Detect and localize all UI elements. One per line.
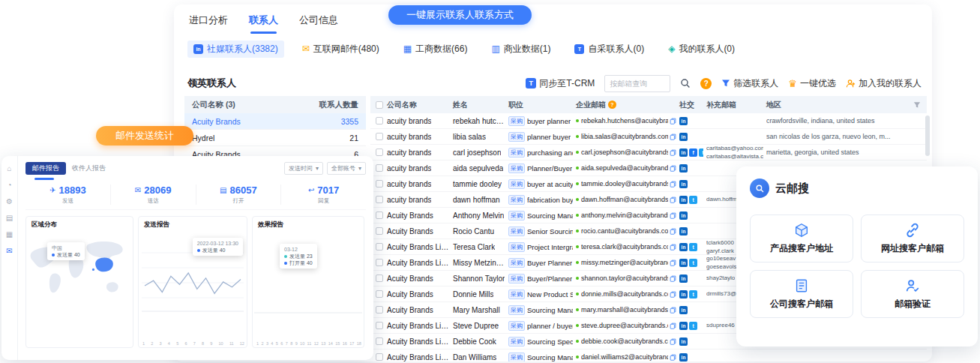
copy-icon[interactable] xyxy=(670,275,676,282)
row-checkbox[interactable] xyxy=(376,133,383,140)
row-checkbox[interactable] xyxy=(376,196,383,203)
contact-row[interactable]: Acuity Brands Lighting Dan Williams 采购So… xyxy=(370,350,927,362)
one-click-optimize-button[interactable]: ♛ 一键优选 xyxy=(788,77,836,90)
copy-icon[interactable] xyxy=(670,196,676,203)
filter-chip-self[interactable]: T自采联系人(0) xyxy=(568,40,650,58)
twitter-icon[interactable]: t xyxy=(689,322,697,330)
linkedin-icon[interactable]: in xyxy=(679,353,688,362)
linkedin-icon[interactable]: in xyxy=(679,243,688,251)
row-checkbox[interactable] xyxy=(376,322,383,329)
copy-icon[interactable] xyxy=(670,260,676,266)
cloud-search-url-button[interactable]: 网址搜客户邮箱 xyxy=(861,214,964,262)
cloud-search-product-button[interactable]: 产品搜客户地址 xyxy=(750,214,853,262)
send-time-select[interactable]: 发送时间▾ xyxy=(284,162,323,175)
filter-chip-industry[interactable]: ▦工商数据(66) xyxy=(397,40,474,58)
row-checkbox[interactable] xyxy=(376,338,383,345)
gear-icon[interactable]: ⚙ xyxy=(6,198,13,206)
copy-icon[interactable] xyxy=(670,307,676,314)
stat-value: 7017 xyxy=(317,184,339,196)
row-checkbox[interactable] xyxy=(376,306,383,314)
facebook-icon[interactable]: f xyxy=(689,148,697,157)
help-icon[interactable]: ? xyxy=(700,78,712,89)
company-row[interactable]: Hydrel 21 xyxy=(184,130,366,146)
contact-social: inft xyxy=(676,145,703,160)
linkedin-icon[interactable]: in xyxy=(679,212,688,220)
copy-icon[interactable] xyxy=(670,322,676,329)
copy-icon[interactable] xyxy=(670,181,676,188)
row-checkbox[interactable] xyxy=(376,148,383,156)
select-all-checkbox[interactable] xyxy=(376,101,383,109)
copy-icon[interactable] xyxy=(670,212,676,219)
mail-icon[interactable]: ✉ xyxy=(6,248,12,255)
search-input[interactable] xyxy=(604,75,670,92)
row-checkbox[interactable] xyxy=(376,164,383,172)
filter-chip-mine[interactable]: ◈我的联系人(0) xyxy=(662,40,741,58)
home-icon[interactable]: ⌂ xyxy=(7,165,11,172)
contact-row[interactable]: acuity brands rebekah hutchens 采购buyer p… xyxy=(370,113,927,129)
linkedin-icon[interactable]: in xyxy=(679,338,688,346)
filter-chip-mail[interactable]: ✉互联网邮件(480) xyxy=(296,40,385,58)
purchase-tag: 采购 xyxy=(508,305,525,315)
contact-row[interactable]: acuity brands carl josephson 采购purchasin… xyxy=(370,145,927,160)
linkedin-icon[interactable]: in xyxy=(679,290,688,298)
linkedin-icon[interactable]: in xyxy=(679,164,688,172)
copy-icon[interactable] xyxy=(670,354,676,361)
linkedin-icon[interactable]: in xyxy=(679,133,688,141)
sync-tcrm-button[interactable]: T 同步至T-CRM xyxy=(526,77,595,90)
cloud-search-company-button[interactable]: 公司搜客户邮箱 xyxy=(750,270,853,318)
recipient-report-tab[interactable]: 收件人报告 xyxy=(72,164,106,173)
twitter-icon[interactable]: t xyxy=(689,259,697,267)
row-checkbox[interactable] xyxy=(376,227,383,235)
twitter-icon[interactable]: t xyxy=(689,243,697,251)
grid-icon[interactable]: ▦ xyxy=(6,231,13,238)
linkedin-icon[interactable]: in xyxy=(679,180,688,188)
row-checkbox[interactable] xyxy=(376,353,383,361)
linkedin-icon[interactable]: in xyxy=(679,259,688,267)
copy-icon[interactable] xyxy=(670,149,676,156)
purchase-tag: 采购 xyxy=(508,164,525,173)
linkedin-icon[interactable]: in xyxy=(679,148,688,157)
search-icon[interactable] xyxy=(680,78,691,88)
copy-icon[interactable] xyxy=(670,291,676,298)
clock-icon[interactable]: ◔ xyxy=(7,182,11,189)
row-checkbox[interactable] xyxy=(376,243,383,250)
row-checkbox[interactable] xyxy=(376,117,383,124)
row-checkbox[interactable] xyxy=(376,274,383,282)
scrollbar-thumb[interactable] xyxy=(925,116,930,156)
linkedin-icon[interactable]: in xyxy=(679,306,688,314)
row-checkbox[interactable] xyxy=(376,180,383,188)
copy-icon[interactable] xyxy=(670,244,676,250)
linkedin-icon[interactable]: in xyxy=(679,274,688,283)
twitter-icon[interactable]: t xyxy=(689,290,697,298)
copy-icon[interactable] xyxy=(670,118,676,124)
copy-icon[interactable] xyxy=(670,338,676,345)
main-tab[interactable]: 联系人 xyxy=(249,14,278,34)
cloud-search-verify-button[interactable]: 邮箱验证 xyxy=(861,270,964,318)
email-help-icon[interactable]: ? xyxy=(608,100,616,109)
main-tab[interactable]: 进口分析 xyxy=(189,14,228,34)
linkedin-icon[interactable]: in xyxy=(679,117,688,125)
filter-chip-commerce[interactable]: ▥商业数据(1) xyxy=(485,40,556,58)
company-row[interactable]: Acuity Brands 3355 xyxy=(184,113,366,130)
linkedin-icon[interactable]: in xyxy=(679,227,688,236)
region-filter-icon[interactable] xyxy=(913,101,921,109)
filter-contacts-button[interactable]: 筛选联系人 xyxy=(721,77,778,90)
contact-social: int xyxy=(676,239,703,254)
linkedin-icon[interactable]: in xyxy=(679,322,688,330)
add-to-my-contacts-button[interactable]: 加入我的联系人 xyxy=(846,77,922,90)
list-icon[interactable]: ▤ xyxy=(6,214,13,222)
filter-chip-social[interactable]: in社媒联系人(3382) xyxy=(187,40,284,58)
header-region: 地区 xyxy=(766,100,781,110)
row-checkbox[interactable] xyxy=(376,259,383,266)
account-select[interactable]: 全部账号▾ xyxy=(327,162,366,175)
linkedin-icon[interactable]: in xyxy=(679,196,688,204)
row-checkbox[interactable] xyxy=(376,212,383,219)
mail-report-tab[interactable]: 邮件报告 xyxy=(25,162,66,175)
twitter-icon[interactable]: t xyxy=(689,196,697,204)
contact-row[interactable]: acuity brands libia salas 采购planner buye… xyxy=(370,129,927,145)
row-checkbox[interactable] xyxy=(376,290,383,298)
copy-icon[interactable] xyxy=(670,228,676,235)
main-tab[interactable]: 公司信息 xyxy=(299,14,338,34)
copy-icon[interactable] xyxy=(670,165,676,172)
copy-icon[interactable] xyxy=(670,134,676,140)
